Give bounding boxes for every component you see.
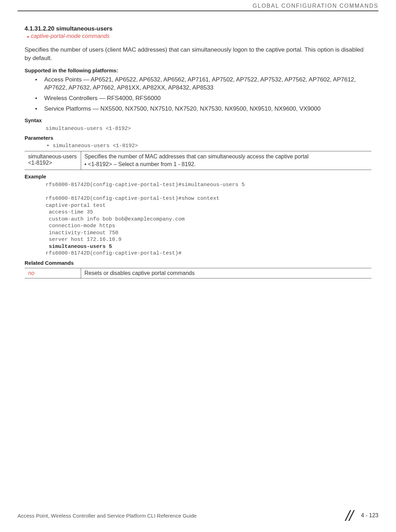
page-number: 4 - 123 (361, 512, 378, 519)
supported-heading: Supported in the following platforms: (25, 67, 371, 73)
param-desc-cell: Specifies the number of MAC addresses th… (81, 151, 371, 170)
page-footer: Access Point, Wireless Controller and Se… (18, 510, 378, 521)
table-row: simultaneous-users <1-8192> Specifies th… (25, 151, 371, 170)
param-desc: Specifies the number of MAC addresses th… (85, 153, 309, 159)
footer-right: 4 - 123 (344, 510, 378, 521)
list-item: Wireless Controllers — RFS4000, RFS6000 (35, 94, 371, 103)
related-desc-cell: Resets or disables captive portal comman… (81, 268, 371, 278)
running-header: GLOBAL CONFIGURATION COMMANDS (0, 0, 396, 11)
syntax-code: simultaneous-users <1-8192> (46, 125, 371, 132)
list-item: Access Points — AP6521, AP6522, AP6532, … (35, 75, 371, 92)
zebra-logo-icon (344, 510, 356, 521)
param-key-cell: simultaneous-users <1-8192> (25, 151, 81, 170)
footer-title: Access Point, Wireless Controller and Se… (18, 513, 197, 519)
parameters-heading: Parameters (25, 135, 371, 141)
related-table: no Resets or disables captive portal com… (25, 268, 371, 278)
list-item: Service Platforms — NX5500, NX7500, NX75… (35, 105, 371, 113)
example-code-tail: rfs6000-81742D(config-captive-portal-tes… (46, 250, 371, 257)
related-link[interactable]: no (28, 270, 34, 276)
related-key-cell[interactable]: no (25, 268, 81, 278)
example-code: rfs6000-81742D(config-captive-portal-tes… (46, 182, 371, 243)
parameters-bullet: simultaneous-users <1-8192> (46, 143, 371, 149)
running-title: GLOBAL CONFIGURATION COMMANDS (253, 3, 378, 9)
parameters-table: simultaneous-users <1-8192> Specifies th… (25, 151, 371, 170)
example-code-bold: simultaneous-users 5 (46, 243, 371, 250)
related-heading: Related Commands (25, 260, 371, 266)
example-heading: Example (25, 173, 371, 179)
table-row: no Resets or disables captive portal com… (25, 268, 371, 278)
section-description: Specifies the number of users (client MA… (25, 46, 371, 63)
section-heading: 4.1.31.2.20 simultaneous-users (25, 25, 371, 32)
header-divider (18, 11, 378, 11)
breadcrumb-link[interactable]: captive-portal-mode commands (27, 33, 371, 39)
syntax-heading: Syntax (25, 117, 371, 123)
supported-list: Access Points — AP6521, AP6522, AP6532, … (35, 75, 371, 113)
page-content: 4.1.31.2.20 simultaneous-users captive-p… (0, 25, 396, 278)
param-sub-bullet: <1-8192> – Select a number from 1 - 8192… (85, 161, 368, 168)
